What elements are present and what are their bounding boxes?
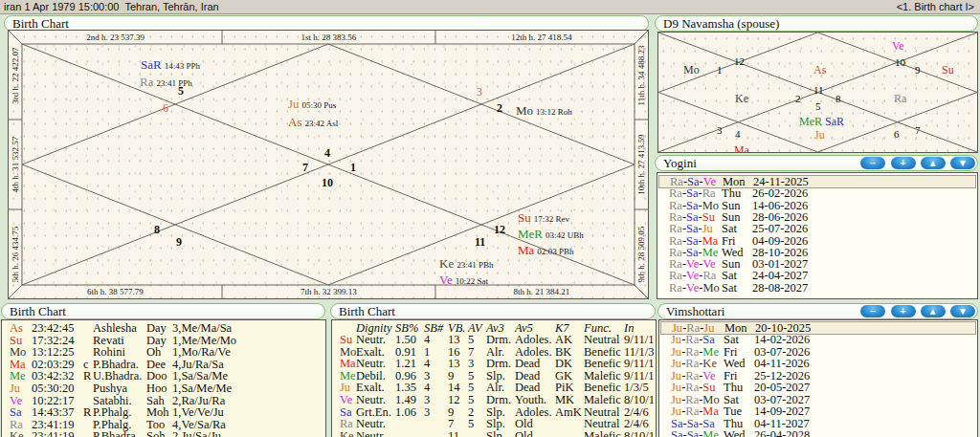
- dasha-day: Mon: [723, 176, 746, 187]
- planet-label-Ve: Ve10:22 Sat: [439, 271, 488, 288]
- house-number-11: 11: [475, 235, 485, 250]
- dasha-row[interactable]: Ra-Ve-RaSat24-04-2027: [658, 270, 976, 281]
- SaR-glyph: SaR: [141, 57, 162, 72]
- dasha-row[interactable]: Ra-Sa-MeWed28-10-2026: [658, 247, 976, 258]
- planet-degree-text: 23:41 PPh: [156, 78, 191, 88]
- planet-positions-table: As23:42:45AshleshaDay3,Me/Ma/SaSu17:32:2…: [1, 319, 326, 437]
- house-number-1: 1: [350, 161, 356, 175]
- d9-house-number-1: 1: [717, 64, 723, 76]
- d9-house-number-3: 3: [717, 124, 723, 136]
- birth-chart-grid: [9, 31, 648, 298]
- cusp-label-top: 12th h. 27 418.54: [511, 33, 571, 42]
- dasha-date: 24-04-2027: [752, 270, 808, 281]
- yogini-panel-header: Yogini − + ▲ ▼: [655, 155, 978, 171]
- dasha-date: 28-08-2027: [752, 282, 808, 294]
- planet-degree-text: 05:30 Pus: [302, 100, 337, 110]
- dasha-lords: Ju-Ra-Su: [671, 382, 716, 393]
- dasha-row[interactable]: Ju-Ra-KeWed04-11-2026: [660, 358, 976, 369]
- dasha-day: Sat: [722, 282, 737, 294]
- planet-code: Ke: [340, 430, 354, 437]
- dasha-day: Sat: [722, 270, 737, 281]
- dignity-cell: AmK: [555, 406, 582, 419]
- cusp-label-right: 11th h. 34 488.23: [636, 45, 646, 105]
- dasha-day: Sun: [722, 211, 740, 223]
- dasha-date: 04-11-2026: [754, 358, 810, 369]
- dasha-row[interactable]: Ra-Sa-SuSun28-06-2026: [658, 211, 976, 223]
- d9-house-number-2: 2: [795, 93, 801, 104]
- house-number-5: 5: [178, 84, 184, 98]
- dasha-date: 14-09-2027: [754, 405, 810, 417]
- vimshottari-buttons: − + ▲ ▼: [858, 305, 975, 319]
- dasha-row[interactable]: Ju-Ra-VeFri25-12-2026: [660, 370, 976, 382]
- dasha-lords: Ra-Sa-Ve: [670, 176, 716, 187]
- Ve-glyph: Ve: [439, 273, 453, 287]
- dasha-date: 14-06-2026: [752, 200, 808, 211]
- dignity-title: Birth Chart: [339, 304, 395, 318]
- dasha-day: Tue: [724, 405, 742, 417]
- vimshottari-plus-button[interactable]: +: [891, 305, 916, 317]
- vimshottari-down-button[interactable]: ▼: [950, 305, 975, 317]
- dasha-row[interactable]: Ra-Sa-JuSat25-07-2026: [658, 223, 976, 234]
- dasha-lords: Ra-Sa-Ra: [669, 187, 716, 199]
- dasha-row[interactable]: Ra-Ve-MoSat28-08-2027: [658, 282, 976, 294]
- dasha-date: 03-07-2027: [754, 394, 810, 405]
- planet-degree-text: 10:22 Sat: [456, 276, 488, 286]
- yogini-dasha-list[interactable]: Ra-Sa-VeMon24-11-2025Ra-Sa-RaThu26-02-20…: [657, 172, 978, 299]
- dignity-cell: Old: [515, 430, 533, 437]
- dasha-row[interactable]: Ju-Ra-MaTue14-09-2027: [660, 405, 976, 417]
- dignity-cell: 5: [468, 418, 474, 430]
- Ma-glyph: Ma: [518, 243, 534, 257]
- planet-label-Su: Su17:32 Rev: [518, 208, 569, 226]
- dasha-row[interactable]: Ra-Ve-VeSun03-01-2027: [658, 258, 976, 270]
- cusp-label-right: 9th h. 28 509.05: [636, 226, 646, 282]
- title-bar: iran 1 Apr 1979 15:00:00 Tehran, Tehrān,…: [0, 0, 980, 14]
- Ke-glyph: Ke: [439, 256, 454, 271]
- vimshottari-dasha-list[interactable]: Ju-Ra-JuMon20-10-2025Ju-Ra-SaSat14-02-20…: [658, 319, 978, 437]
- dasha-row[interactable]: Ju-Ra-MeFri03-07-2026: [660, 346, 976, 358]
- cusp-label-bottom: 6th h. 38 577.79: [87, 287, 144, 296]
- dasha-lords: Ju-Ra-Ve: [671, 370, 716, 382]
- d9-house-number-7: 7: [915, 124, 921, 136]
- d9-house-number-8: 8: [835, 93, 841, 104]
- MeR-glyph: MeR: [518, 227, 543, 241]
- dasha-day: Thu: [724, 418, 743, 429]
- yogini-up-button[interactable]: ▲: [921, 157, 946, 169]
- dasha-row[interactable]: Ra-Sa-RaThu26-02-2026: [658, 187, 976, 199]
- dasha-date: 28-10-2026: [752, 247, 808, 258]
- dasha-date: 25-12-2026: [754, 370, 810, 382]
- dasha-row[interactable]: Ju-Ra-SuThu20-05-2027: [660, 382, 976, 393]
- yogini-plus-button[interactable]: +: [891, 157, 916, 169]
- dasha-day: Wed: [724, 429, 746, 437]
- d9-planet-As: As: [813, 63, 826, 77]
- planet-degree-text: 14:43 PPh: [165, 61, 200, 71]
- yogini-down-button[interactable]: ▼: [950, 157, 975, 169]
- chart-selector-label[interactable]: <1. Birth chart I>: [897, 0, 974, 13]
- position-row-Ke: Ke23:41:19P.Bhadra.Soh2,Ju/Sa/Ju: [2, 430, 325, 437]
- dasha-date: 26-02-2026: [752, 187, 808, 199]
- dasha-row[interactable]: Ju-Ra-MoSat03-07-2027: [660, 394, 976, 405]
- cusp-label-top: 2nd h. 23 537.39: [86, 33, 145, 42]
- vimshottari-minus-button[interactable]: −: [860, 305, 885, 317]
- birth-chart-north-indian: SaR14:43 PPhRa23:41 PPhJu05:30 PusAs23:4…: [8, 30, 649, 299]
- dignity-cell: Slp.: [486, 430, 505, 437]
- dasha-row[interactable]: Ra-Sa-MaFri04-09-2026: [658, 235, 976, 247]
- d9-navamsha-chart: MoVeAsSuKeRaMeRSaRJuMa112109211853467: [657, 32, 978, 153]
- dasha-row[interactable]: Sa-Sa-MeWed26-04-2028: [660, 429, 976, 437]
- cusp-label-bottom: 8th h. 21 384.21: [514, 287, 570, 296]
- house-number-10: 10: [322, 176, 333, 190]
- d9-panel-header: D9 Navamsha (spouse): [655, 15, 978, 32]
- dignity-cell: 8/10/1: [624, 430, 655, 437]
- yogini-minus-button[interactable]: −: [860, 157, 885, 169]
- dasha-day: Fri: [724, 346, 738, 358]
- position-cell: Soh: [146, 430, 165, 437]
- dasha-lords: Sa-Sa-Sa: [671, 418, 715, 429]
- dasha-row[interactable]: Ra-Sa-MoSun14-06-2026: [658, 200, 976, 211]
- dasha-row[interactable]: Ju-Ra-SaSat14-02-2026: [660, 334, 976, 345]
- d9-house-number-11: 11: [813, 84, 824, 96]
- dasha-date: 28-06-2026: [752, 211, 808, 223]
- vimshottari-up-button[interactable]: ▲: [921, 305, 946, 317]
- dasha-row[interactable]: Sa-Sa-SaThu04-11-2027: [660, 418, 976, 429]
- dasha-lords: Ju-Ra-Ju: [672, 322, 714, 334]
- planet-label-Ra: Ra23:41 PPh: [140, 73, 192, 90]
- dasha-lords: Ra-Ve-Ra: [669, 270, 716, 281]
